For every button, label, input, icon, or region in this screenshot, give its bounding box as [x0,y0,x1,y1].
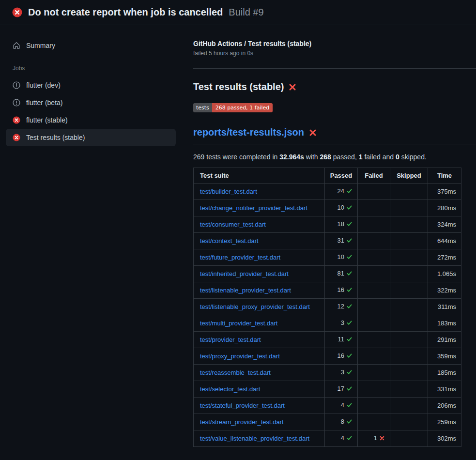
alert-circle-icon [13,99,20,107]
table-row: test/future_provider_test.dart10272ms [194,249,461,266]
completed-summary: 269 tests were completed in 32.964s with… [193,153,476,161]
check-icon [346,303,353,311]
suite-link[interactable]: test/multi_provider_test.dart [200,320,277,327]
time-cell: 272ms [428,249,461,266]
column-header: Test suite [194,168,325,184]
suite-link[interactable]: test/consumer_test.dart [200,221,266,228]
passed-cell: 11 [325,332,358,348]
sidebar-job-4[interactable]: Test results (stable) [6,129,176,146]
check-icon [346,353,353,360]
skipped-cell [390,266,428,282]
passed-cell: 10 [325,249,358,266]
failed-cell [358,365,390,381]
suite-link[interactable]: test/reassemble_test.dart [200,369,271,376]
time-cell: 291ms [428,332,461,348]
skipped-cell [390,348,428,365]
suite-link[interactable]: test/proxy_provider_test.dart [200,353,280,360]
passed-count: 16 [338,286,344,293]
passed-count: 10 [338,204,344,211]
suite-link[interactable]: test/selector_test.dart [200,385,260,393]
main-content: GitHub Actions / Test results (stable) f… [182,25,476,447]
time-cell: 324ms [428,216,461,233]
time-cell: 183ms [428,315,461,332]
tests-badge: tests 268 passed, 1 failed [193,103,273,112]
skipped-cell [390,299,428,315]
sidebar-job-1[interactable]: flutter (dev) [6,77,176,94]
check-icon [346,435,353,443]
passed-count: 10 [338,253,344,261]
passed-count: 8 [341,418,344,425]
job-label: flutter (dev) [26,81,61,89]
badge-label: tests [193,103,212,112]
table-row: test/builder_test.dart24375ms [194,184,461,200]
table-row: test/value_listenable_provider_test.dart… [194,430,461,447]
skipped-cell [390,184,428,200]
skipped-cell [390,365,428,381]
table-row: test/multi_provider_test.dart3183ms [194,315,461,332]
table-row: test/provider_test.dart11291ms [194,332,461,348]
skipped-cell [390,233,428,249]
passed-count: 12 [338,303,344,310]
time-cell: 359ms [428,348,461,365]
suite-link[interactable]: test/future_provider_test.dart [200,254,280,261]
job-label: flutter (stable) [26,116,68,124]
check-icon [346,204,353,212]
skipped-cell [390,315,428,332]
check-icon [346,402,353,410]
check-icon [346,287,353,294]
job-label: flutter (beta) [26,99,62,107]
sidebar-job-3[interactable]: flutter (stable) [6,111,176,129]
table-row: test/selector_test.dart17331ms [194,381,461,398]
suite-cell: test/change_notifier_provider_test.dart [194,200,325,216]
passed-cell: 18 [325,216,358,233]
suite-link[interactable]: test/listenable_provider_test.dart [200,287,291,294]
table-row: test/listenable_proxy_provider_test.dart… [194,299,461,315]
skipped-cell [390,414,428,430]
sidebar-item-summary[interactable]: Summary [6,37,176,54]
passed-count: 4 [341,401,344,409]
column-header: Passed [325,168,358,184]
failed-cell [358,381,390,398]
suite-link[interactable]: test/provider_test.dart [200,336,261,343]
suite-cell: test/selector_test.dart [194,381,325,398]
breadcrumb: GitHub Actions / Test results (stable) [193,40,476,47]
suite-link[interactable]: test/context_test.dart [200,237,259,245]
run-meta: failed 5 hours ago in 0s [193,50,476,57]
passed-cell: 16 [325,348,358,365]
report-file-link[interactable]: reports/test-results.json [193,127,304,138]
suite-link[interactable]: test/stream_provider_test.dart [200,418,284,426]
suite-link[interactable]: test/builder_test.dart [200,188,257,195]
passed-count: 11 [338,336,345,343]
check-icon [346,188,353,196]
time-cell: 302ms [428,430,461,447]
passed-cell: 31 [325,233,358,249]
passed-cell: 4 [325,430,358,447]
jobs-list: flutter (dev)flutter (beta)flutter (stab… [6,77,176,146]
build-title: Do not create report when job is cancell… [28,7,223,18]
suite-link[interactable]: test/change_notifier_provider_test.dart [200,204,307,212]
x-circle-icon [13,116,20,124]
skipped-cell [390,216,428,233]
suite-link[interactable]: test/stateful_provider_test.dart [200,402,285,409]
time-cell: 331ms [428,381,461,398]
table-row: test/listenable_provider_test.dart16322m… [194,282,461,299]
failed-cell [358,233,390,249]
section-title-text: Test results (stable) [193,81,284,92]
failed-cell [358,332,390,348]
suite-cell: test/inherited_provider_test.dart [194,266,325,282]
suite-link[interactable]: test/listenable_proxy_provider_test.dart [200,303,310,310]
suite-link[interactable]: test/value_listenable_provider_test.dart [200,435,309,442]
table-row: test/stateful_provider_test.dart4206ms [194,398,461,414]
suite-link[interactable]: test/inherited_provider_test.dart [200,270,289,277]
column-header: Failed [358,168,390,184]
passed-cell: 8 [325,414,358,430]
check-icon [346,418,353,426]
check-icon [346,270,353,278]
column-header: Time [428,168,461,184]
alert-circle-icon [13,81,20,89]
job-label: Test results (stable) [26,134,85,141]
sidebar-job-2[interactable]: flutter (beta) [6,94,176,111]
suite-cell: test/context_test.dart [194,233,325,249]
failed-cell [358,348,390,365]
passed-cell: 16 [325,282,358,299]
